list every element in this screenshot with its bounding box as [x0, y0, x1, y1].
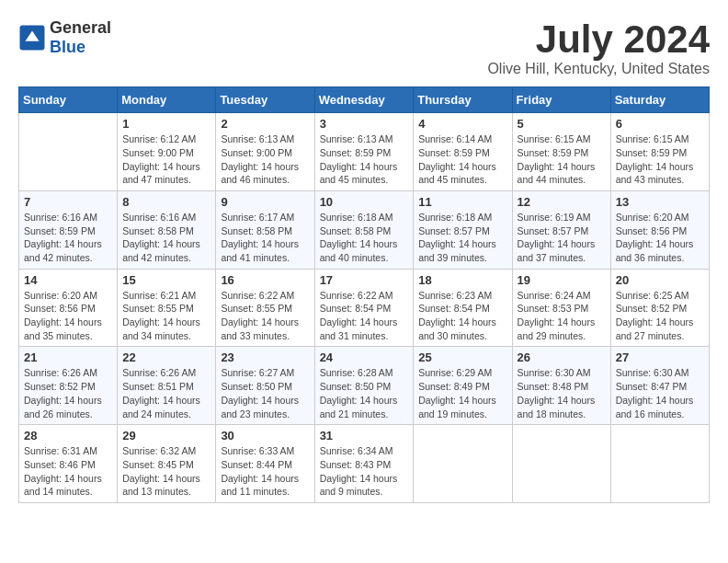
day-info: Sunrise: 6:22 AM Sunset: 8:54 PM Dayligh… — [320, 289, 409, 343]
day-number: 5 — [518, 117, 606, 131]
day-number: 22 — [122, 350, 210, 364]
calendar-cell: 9Sunrise: 6:17 AM Sunset: 8:58 PM Daylig… — [216, 190, 314, 269]
day-info: Sunrise: 6:14 AM Sunset: 8:59 PM Dayligh… — [418, 132, 506, 187]
weekday-header: Saturday — [610, 87, 709, 113]
day-number: 16 — [221, 273, 309, 287]
calendar-week-row: 7Sunrise: 6:16 AM Sunset: 8:59 PM Daylig… — [19, 190, 710, 269]
calendar-cell: 7Sunrise: 6:16 AM Sunset: 8:59 PM Daylig… — [19, 190, 118, 269]
day-info: Sunrise: 6:23 AM Sunset: 8:54 PM Dayligh… — [418, 289, 506, 343]
calendar-cell: 30Sunrise: 6:33 AM Sunset: 8:44 PM Dayli… — [216, 425, 314, 503]
day-number: 31 — [320, 429, 409, 442]
logo: General Blue — [18, 18, 111, 57]
day-number: 25 — [418, 350, 506, 364]
day-info: Sunrise: 6:18 AM Sunset: 8:57 PM Dayligh… — [418, 211, 506, 265]
day-number: 20 — [616, 273, 704, 287]
main-title: July 2024 — [487, 18, 710, 61]
day-number: 6 — [616, 117, 704, 131]
day-number: 4 — [418, 117, 506, 131]
day-number: 1 — [122, 117, 210, 131]
calendar-cell: 28Sunrise: 6:31 AM Sunset: 8:46 PM Dayli… — [19, 425, 118, 503]
calendar-cell: 19Sunrise: 6:24 AM Sunset: 8:53 PM Dayli… — [512, 269, 610, 347]
day-info: Sunrise: 6:25 AM Sunset: 8:52 PM Dayligh… — [616, 289, 704, 343]
calendar-header-row: SundayMondayTuesdayWednesdayThursdayFrid… — [19, 87, 710, 113]
day-number: 21 — [24, 350, 112, 364]
svg-rect-2 — [24, 41, 40, 44]
day-info: Sunrise: 6:27 AM Sunset: 8:50 PM Dayligh… — [221, 366, 309, 420]
calendar-cell: 21Sunrise: 6:26 AM Sunset: 8:52 PM Dayli… — [19, 347, 118, 425]
logo-blue: Blue — [50, 38, 85, 56]
title-area: July 2024 Olive Hill, Kentucky, United S… — [487, 18, 710, 77]
calendar-cell: 1Sunrise: 6:12 AM Sunset: 9:00 PM Daylig… — [118, 113, 216, 191]
day-info: Sunrise: 6:15 AM Sunset: 8:59 PM Dayligh… — [616, 132, 704, 187]
calendar-cell: 17Sunrise: 6:22 AM Sunset: 8:54 PM Dayli… — [314, 269, 414, 347]
calendar-cell: 24Sunrise: 6:28 AM Sunset: 8:50 PM Dayli… — [314, 347, 414, 425]
calendar-cell — [19, 113, 118, 191]
calendar-cell: 20Sunrise: 6:25 AM Sunset: 8:52 PM Dayli… — [610, 269, 709, 347]
calendar-cell: 10Sunrise: 6:18 AM Sunset: 8:58 PM Dayli… — [314, 190, 414, 269]
header: General Blue July 2024 Olive Hill, Kentu… — [18, 18, 710, 77]
weekday-header: Tuesday — [216, 87, 314, 113]
day-number: 28 — [24, 429, 112, 442]
calendar-cell: 23Sunrise: 6:27 AM Sunset: 8:50 PM Dayli… — [216, 347, 314, 425]
calendar-cell: 25Sunrise: 6:29 AM Sunset: 8:49 PM Dayli… — [414, 347, 512, 425]
day-number: 2 — [221, 117, 309, 131]
day-info: Sunrise: 6:16 AM Sunset: 8:59 PM Dayligh… — [24, 211, 112, 265]
calendar-cell: 16Sunrise: 6:22 AM Sunset: 8:55 PM Dayli… — [216, 269, 314, 347]
day-info: Sunrise: 6:24 AM Sunset: 8:53 PM Dayligh… — [518, 289, 606, 343]
calendar-cell: 15Sunrise: 6:21 AM Sunset: 8:55 PM Dayli… — [118, 269, 216, 347]
calendar-cell: 27Sunrise: 6:30 AM Sunset: 8:47 PM Dayli… — [610, 347, 709, 425]
calendar-cell: 2Sunrise: 6:13 AM Sunset: 9:00 PM Daylig… — [216, 113, 314, 191]
day-number: 8 — [122, 195, 210, 209]
day-info: Sunrise: 6:34 AM Sunset: 8:43 PM Dayligh… — [320, 444, 409, 499]
calendar: SundayMondayTuesdayWednesdayThursdayFrid… — [18, 86, 710, 503]
day-number: 29 — [122, 429, 210, 442]
calendar-cell: 13Sunrise: 6:20 AM Sunset: 8:56 PM Dayli… — [610, 190, 709, 269]
day-info: Sunrise: 6:26 AM Sunset: 8:51 PM Dayligh… — [122, 366, 210, 420]
calendar-cell: 22Sunrise: 6:26 AM Sunset: 8:51 PM Dayli… — [118, 347, 216, 425]
day-number: 7 — [24, 195, 112, 209]
calendar-cell: 12Sunrise: 6:19 AM Sunset: 8:57 PM Dayli… — [512, 190, 610, 269]
weekday-header: Thursday — [414, 87, 512, 113]
day-info: Sunrise: 6:16 AM Sunset: 8:58 PM Dayligh… — [122, 211, 210, 265]
day-number: 18 — [418, 273, 506, 287]
day-number: 13 — [616, 195, 704, 209]
day-number: 26 — [518, 350, 606, 364]
day-number: 19 — [518, 273, 606, 287]
day-info: Sunrise: 6:30 AM Sunset: 8:47 PM Dayligh… — [616, 366, 704, 420]
day-info: Sunrise: 6:28 AM Sunset: 8:50 PM Dayligh… — [320, 366, 409, 420]
day-number: 11 — [418, 195, 506, 209]
calendar-cell — [512, 425, 610, 503]
day-info: Sunrise: 6:31 AM Sunset: 8:46 PM Dayligh… — [24, 444, 112, 499]
day-number: 3 — [320, 117, 409, 131]
day-info: Sunrise: 6:20 AM Sunset: 8:56 PM Dayligh… — [24, 289, 112, 343]
calendar-cell: 31Sunrise: 6:34 AM Sunset: 8:43 PM Dayli… — [314, 425, 414, 503]
day-info: Sunrise: 6:20 AM Sunset: 8:56 PM Dayligh… — [616, 211, 704, 265]
calendar-cell: 11Sunrise: 6:18 AM Sunset: 8:57 PM Dayli… — [414, 190, 512, 269]
day-number: 24 — [320, 350, 409, 364]
weekday-header: Monday — [118, 87, 216, 113]
day-info: Sunrise: 6:19 AM Sunset: 8:57 PM Dayligh… — [518, 211, 606, 265]
calendar-week-row: 1Sunrise: 6:12 AM Sunset: 9:00 PM Daylig… — [19, 113, 710, 191]
calendar-cell: 4Sunrise: 6:14 AM Sunset: 8:59 PM Daylig… — [414, 113, 512, 191]
day-info: Sunrise: 6:21 AM Sunset: 8:55 PM Dayligh… — [122, 289, 210, 343]
calendar-cell: 26Sunrise: 6:30 AM Sunset: 8:48 PM Dayli… — [512, 347, 610, 425]
calendar-week-row: 14Sunrise: 6:20 AM Sunset: 8:56 PM Dayli… — [19, 269, 710, 347]
day-number: 23 — [221, 350, 309, 364]
day-number: 10 — [320, 195, 409, 209]
weekday-header: Wednesday — [314, 87, 414, 113]
calendar-week-row: 21Sunrise: 6:26 AM Sunset: 8:52 PM Dayli… — [19, 347, 710, 425]
logo-text: General Blue — [50, 18, 111, 57]
weekday-header: Sunday — [19, 87, 118, 113]
day-info: Sunrise: 6:12 AM Sunset: 9:00 PM Dayligh… — [122, 132, 210, 187]
day-info: Sunrise: 6:13 AM Sunset: 8:59 PM Dayligh… — [320, 132, 409, 187]
day-info: Sunrise: 6:32 AM Sunset: 8:45 PM Dayligh… — [122, 444, 210, 499]
day-number: 30 — [221, 429, 309, 442]
day-number: 27 — [616, 350, 704, 364]
day-info: Sunrise: 6:17 AM Sunset: 8:58 PM Dayligh… — [221, 211, 309, 265]
day-info: Sunrise: 6:30 AM Sunset: 8:48 PM Dayligh… — [518, 366, 606, 420]
day-info: Sunrise: 6:33 AM Sunset: 8:44 PM Dayligh… — [221, 444, 309, 499]
calendar-cell: 29Sunrise: 6:32 AM Sunset: 8:45 PM Dayli… — [118, 425, 216, 503]
calendar-cell — [414, 425, 512, 503]
day-number: 15 — [122, 273, 210, 287]
day-info: Sunrise: 6:13 AM Sunset: 9:00 PM Dayligh… — [221, 132, 309, 187]
